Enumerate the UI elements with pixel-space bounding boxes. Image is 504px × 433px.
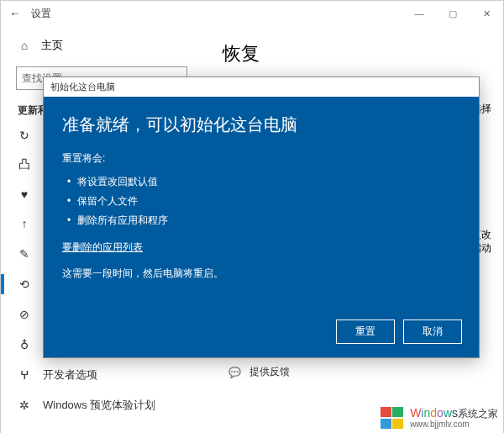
dialog-buttons: 重置 取消 — [336, 319, 462, 344]
insider-icon: ✲ — [18, 399, 31, 412]
dialog-body: 准备就绪，可以初始化这台电脑 重置将会: 将设置改回默认值 保留个人文件 删除所… — [44, 97, 479, 357]
bullet-item: 保留个人文件 — [67, 192, 460, 211]
dialog-bullet-list: 将设置改回默认值 保留个人文件 删除所有应用和程序 — [62, 172, 460, 230]
window-controls: — ▢ ✕ — [402, 1, 503, 26]
dialog-subhead: 重置将会: — [62, 151, 460, 166]
findmy-icon: ♁ — [18, 338, 31, 351]
shield-icon: ♥ — [18, 187, 31, 201]
watermark-logo-icon — [380, 406, 405, 430]
dialog-title: 初始化这台电脑 — [44, 77, 479, 97]
settings-window: ← 设置 — ▢ ✕ ⌂ 主页 查找设置 更新和 ↻ W 凸 — [0, 0, 504, 433]
titlebar: ← 设置 — ▢ ✕ — [1, 1, 503, 26]
feedback-link[interactable]: 💬 提供反馈 — [228, 360, 290, 384]
minimize-button[interactable]: — — [402, 1, 436, 26]
home-label: 主页 — [41, 38, 63, 53]
backup-icon: ↑ — [18, 217, 31, 230]
recovery-icon: ⟲ — [18, 277, 31, 291]
dialog-heading: 准备就绪，可以初始化这台电脑 — [62, 114, 460, 136]
dev-icon: ⵖ — [18, 368, 31, 382]
titlebar-left: ← 设置 — [9, 7, 51, 21]
reset-dialog: 初始化这台电脑 准备就绪，可以初始化这台电脑 重置将会: 将设置改回默认值 保留… — [43, 77, 480, 358]
page-title: 恢复 — [223, 41, 483, 66]
apps-to-remove-link[interactable]: 要删除的应用列表 — [62, 240, 143, 255]
bullet-item: 删除所有应用和程序 — [67, 211, 460, 230]
feedback-label: 提供反馈 — [249, 365, 290, 379]
cancel-button[interactable]: 取消 — [403, 319, 462, 344]
home-icon: ⌂ — [18, 39, 31, 52]
sidebar-home[interactable]: ⌂ 主页 — [1, 33, 202, 58]
feedback-icon: 💬 — [228, 366, 241, 379]
close-button[interactable]: ✕ — [470, 1, 503, 26]
watermark: Windows系统之家 www.bjjmlv.com — [380, 406, 498, 430]
activation-icon: ⊘ — [18, 308, 31, 321]
watermark-url: www.bjjmlv.com — [410, 420, 498, 429]
bullet-item: 将设置改回默认值 — [67, 172, 460, 192]
dialog-note: 这需要一段时间，然后电脑将重启。 — [62, 267, 460, 281]
sidebar-item-developer[interactable]: ⵖ 开发者选项 — [1, 360, 202, 390]
reset-button[interactable]: 重置 — [336, 319, 395, 344]
maximize-button[interactable]: ▢ — [436, 1, 470, 26]
watermark-brand: Windows系统之家 — [410, 407, 498, 420]
nav-label: 开发者选项 — [43, 367, 97, 383]
troubleshoot-icon: ✎ — [18, 247, 31, 261]
back-button[interactable]: ← — [9, 7, 21, 20]
window-title: 设置 — [31, 7, 51, 21]
watermark-text: Windows系统之家 www.bjjmlv.com — [410, 407, 498, 429]
sidebar-item-insider[interactable]: ✲ Windows 预览体验计划 — [1, 390, 202, 420]
nav-label: Windows 预览体验计划 — [43, 398, 155, 413]
delivery-icon: 凸 — [18, 158, 31, 172]
sync-icon: ↻ — [18, 129, 31, 142]
